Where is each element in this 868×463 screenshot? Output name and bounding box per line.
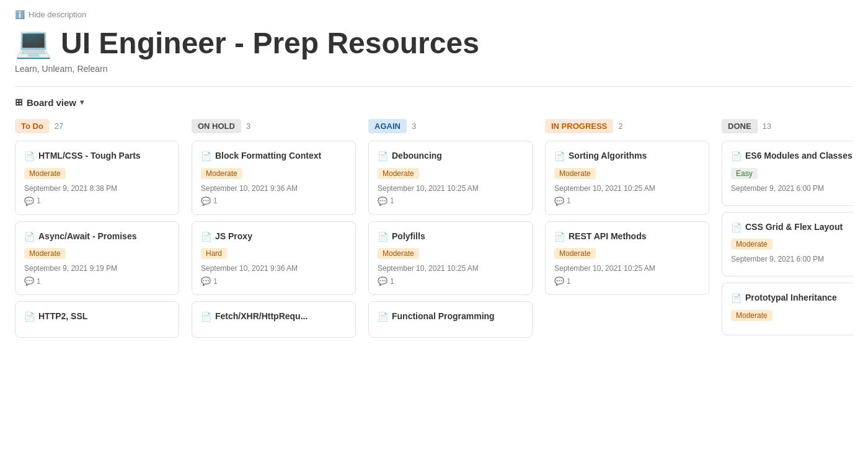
card-title-text: Polyfills [392,231,425,243]
column-tag-again: AGAIN [368,119,407,133]
comment-icon: 💬 [554,276,564,286]
card-comments[interactable]: 💬1 [554,196,700,206]
card-title-text: Async/Await - Promises [38,231,136,243]
document-icon: 📄 [731,293,742,305]
card[interactable]: 📄REST API MethodsModerateSeptember 10, 2… [545,221,709,296]
comment-count: 1 [37,196,41,205]
card-title-text: HTTP2, SSL [38,311,87,323]
card-title: 📄REST API Methods [554,231,700,244]
card-title-text: Debouncing [392,150,442,162]
card-title: 📄Functional Programming [378,311,523,324]
page-title: 💻 UI Engineer - Prep Resources [15,25,853,60]
card-comments[interactable]: 💬1 [201,276,347,286]
document-icon: 📄 [378,231,388,244]
card-title-text: CSS Grid & Flex Layout [745,221,843,234]
comment-icon: 💬 [378,276,388,286]
card-comments[interactable]: 💬1 [378,196,523,206]
card-title: 📄HTML/CSS - Tough Parts [24,150,170,163]
card-date: September 10, 2021 10:25 AM [378,184,523,193]
hide-description-label: Hide description [29,10,86,19]
column-count-inprogress: 2 [618,121,622,131]
card-date: September 9, 2021 9:19 PM [24,264,170,273]
card-title-text: ES6 Modules and Classes [745,150,852,162]
card-date: September 10, 2021 9:36 AM [201,184,347,193]
column-inprogress: IN PROGRESS2📄Sorting AlgorithmsModerateS… [545,119,709,344]
card[interactable]: 📄DebouncingModerateSeptember 10, 2021 10… [368,141,533,215]
comment-icon: 💬 [378,196,388,206]
card-title-text: Prototypal Inheritance [745,292,837,304]
comment-count: 1 [37,277,41,286]
column-header-done: DONE13 [722,119,853,133]
column-count-todo: 27 [55,121,63,131]
board: To Do27📄HTML/CSS - Tough PartsModerateSe… [15,119,853,354]
card-comments[interactable]: 💬1 [201,196,347,206]
document-icon: 📄 [24,231,35,244]
card-date: September 9, 2021 6:00 PM [731,184,853,193]
card[interactable]: 📄HTTP2, SSL [15,301,179,338]
column-tag-todo: To Do [15,119,50,133]
column-count-again: 3 [412,121,416,131]
card[interactable]: 📄Async/Await - PromisesModerateSeptember… [15,221,179,296]
board-view-toggle[interactable]: ⊞ Board view ▾ [15,97,853,108]
card-title-text: Sorting Algorithms [569,150,647,162]
card[interactable]: 📄HTML/CSS - Tough PartsModerateSeptember… [15,141,179,215]
card-title: 📄Prototypal Inheritance [731,292,853,305]
column-tag-done: DONE [722,119,758,133]
info-icon: ℹ️ [15,10,25,19]
card[interactable]: 📄JS ProxyHardSeptember 10, 2021 9:36 AM💬… [192,221,356,296]
card-title: 📄JS Proxy [201,231,347,244]
card-title: 📄Block Formatting Context [201,150,347,163]
document-icon: 📄 [731,222,742,234]
column-onhold: ON HOLD3📄Block Formatting ContextModerat… [192,119,356,344]
card-date: September 9, 2021 8:38 PM [24,184,170,193]
title-emoji: 💻 [15,25,52,60]
card-badge: Hard [201,248,227,259]
card-badge: Moderate [554,168,596,179]
column-header-inprogress: IN PROGRESS2 [545,119,709,133]
card-date: September 10, 2021 10:25 AM [554,184,700,193]
card-title-text: Fetch/XHR/HttpRequ... [215,311,308,323]
card-date: September 10, 2021 10:25 AM [378,264,523,273]
card-title-text: REST API Methods [569,231,647,243]
board-view-label: Board view [27,97,76,108]
comment-count: 1 [213,277,218,286]
card[interactable]: 📄Prototypal InheritanceModerate [722,283,853,335]
card[interactable]: 📄ES6 Modules and ClassesEasySeptember 9,… [722,141,853,206]
card[interactable]: 📄Functional Programming [368,301,533,338]
document-icon: 📄 [24,151,35,163]
card-title: 📄ES6 Modules and Classes [731,150,853,163]
card-badge: Easy [731,168,758,179]
comment-count: 1 [213,196,218,205]
card-title-text: JS Proxy [215,231,252,243]
card[interactable]: 📄Sorting AlgorithmsModerateSeptember 10,… [545,141,709,215]
hide-description-toggle[interactable]: ℹ️ Hide description [15,10,853,19]
comment-count: 1 [390,196,394,205]
column-done: DONE13📄ES6 Modules and ClassesEasySeptem… [722,119,853,344]
column-header-again: AGAIN3 [368,119,533,133]
card-badge: Moderate [378,248,419,259]
column-again: AGAIN3📄DebouncingModerateSeptember 10, 2… [368,119,533,344]
column-todo: To Do27📄HTML/CSS - Tough PartsModerateSe… [15,119,179,344]
card-comments[interactable]: 💬1 [378,276,523,286]
card-comments[interactable]: 💬1 [554,276,700,286]
card-comments[interactable]: 💬1 [24,276,170,286]
chevron-down-icon: ▾ [80,98,84,107]
card-comments[interactable]: 💬1 [24,196,170,206]
document-icon: 📄 [554,231,565,244]
card[interactable]: 📄PolyfillsModerateSeptember 10, 2021 10:… [368,221,533,296]
card[interactable]: 📄Fetch/XHR/HttpRequ... [192,301,356,338]
comment-count: 1 [567,196,571,205]
card-title: 📄Polyfills [378,231,523,244]
comment-count: 1 [567,277,571,286]
comment-icon: 💬 [24,276,34,286]
card-date: September 10, 2021 10:25 AM [554,264,700,273]
card[interactable]: 📄CSS Grid & Flex LayoutModerateSeptember… [722,212,853,277]
column-tag-onhold: ON HOLD [192,119,241,133]
card[interactable]: 📄Block Formatting ContextModerateSeptemb… [192,141,356,215]
card-title-text: Functional Programming [392,311,495,323]
comment-icon: 💬 [201,196,211,206]
document-icon: 📄 [731,151,742,163]
comment-icon: 💬 [554,196,564,206]
column-header-todo: To Do27 [15,119,179,133]
divider [15,86,853,87]
